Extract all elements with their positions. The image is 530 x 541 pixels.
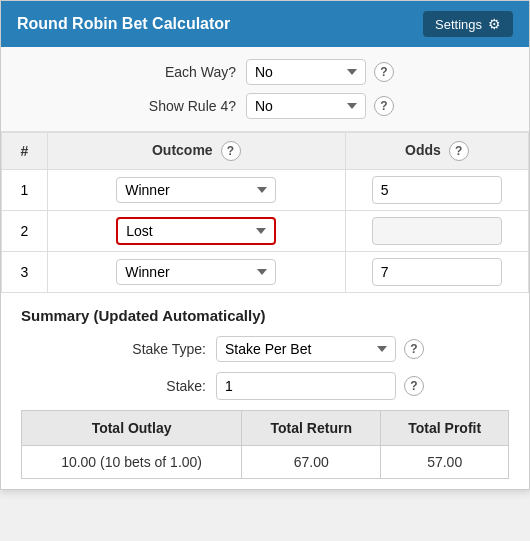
results-return-value: 67.00: [242, 446, 381, 479]
results-table: Total Outlay Total Return Total Profit 1…: [21, 410, 509, 479]
results-col-return: Total Return: [242, 411, 381, 446]
row-3-odds-input[interactable]: [372, 258, 502, 286]
outcomes-table: # Outcome ? Odds ? 1WinnerLostPlacedVoid…: [1, 132, 529, 293]
row-2-outcome-cell: WinnerLostPlacedVoidNon-Runner: [47, 211, 345, 252]
row-2-odds-input: [372, 217, 502, 245]
odds-help-button[interactable]: ?: [449, 141, 469, 161]
stake-row: Stake: ?: [21, 372, 509, 400]
stake-input-wrap: ?: [216, 372, 424, 400]
each-way-help-button[interactable]: ?: [374, 62, 394, 82]
row-3-num: 3: [2, 252, 48, 293]
row-1-outcome-select[interactable]: WinnerLostPlacedVoidNon-Runner: [116, 177, 276, 203]
stake-type-row: Stake Type: Stake Per Bet Total Stake ?: [21, 336, 509, 362]
app-title: Round Robin Bet Calculator: [17, 15, 230, 33]
row-1-odds-cell: [345, 170, 528, 211]
each-way-label: Each Way?: [136, 64, 236, 80]
header: Round Robin Bet Calculator Settings ⚙: [1, 1, 529, 47]
col-header-odds: Odds ?: [345, 133, 528, 170]
settings-label: Settings: [435, 17, 482, 32]
stake-label: Stake:: [106, 378, 206, 394]
row-1-outcome-cell: WinnerLostPlacedVoidNon-Runner: [47, 170, 345, 211]
stake-input[interactable]: [216, 372, 396, 400]
row-3-outcome-select[interactable]: WinnerLostPlacedVoidNon-Runner: [116, 259, 276, 285]
stake-type-select-wrap: Stake Per Bet Total Stake ?: [216, 336, 424, 362]
show-rule-select-wrap: No Yes ?: [246, 93, 394, 119]
gear-icon: ⚙: [488, 16, 501, 32]
row-2-num: 2: [2, 211, 48, 252]
row-1-odds-input[interactable]: [372, 176, 502, 204]
options-section: Each Way? No Yes ? Show Rule 4? No Yes ?: [1, 47, 529, 132]
each-way-row: Each Way? No Yes ?: [21, 59, 509, 85]
results-col-profit: Total Profit: [381, 411, 509, 446]
col-header-num: #: [2, 133, 48, 170]
row-2-outcome-select[interactable]: WinnerLostPlacedVoidNon-Runner: [116, 217, 276, 245]
results-outlay-value: 10.00 (10 bets of 1.00): [22, 446, 242, 479]
stake-type-select[interactable]: Stake Per Bet Total Stake: [216, 336, 396, 362]
row-2-odds-cell: [345, 211, 528, 252]
summary-title: Summary (Updated Automatically): [21, 307, 509, 324]
show-rule-label: Show Rule 4?: [136, 98, 236, 114]
results-profit-value: 57.00: [381, 446, 509, 479]
row-3-odds-cell: [345, 252, 528, 293]
col-header-outcome: Outcome ?: [47, 133, 345, 170]
summary-section: Summary (Updated Automatically) Stake Ty…: [1, 293, 529, 489]
row-1-num: 1: [2, 170, 48, 211]
stake-type-help-button[interactable]: ?: [404, 339, 424, 359]
row-3-outcome-cell: WinnerLostPlacedVoidNon-Runner: [47, 252, 345, 293]
calculator-container: Round Robin Bet Calculator Settings ⚙ Ea…: [0, 0, 530, 490]
each-way-select[interactable]: No Yes: [246, 59, 366, 85]
stake-type-label: Stake Type:: [106, 341, 206, 357]
results-col-outlay: Total Outlay: [22, 411, 242, 446]
outcome-help-button[interactable]: ?: [221, 141, 241, 161]
table-row: 2WinnerLostPlacedVoidNon-Runner: [2, 211, 529, 252]
stake-help-button[interactable]: ?: [404, 376, 424, 396]
table-row: 1WinnerLostPlacedVoidNon-Runner: [2, 170, 529, 211]
show-rule-row: Show Rule 4? No Yes ?: [21, 93, 509, 119]
show-rule-select[interactable]: No Yes: [246, 93, 366, 119]
show-rule-help-button[interactable]: ?: [374, 96, 394, 116]
results-row: 10.00 (10 bets of 1.00) 67.00 57.00: [22, 446, 509, 479]
table-row: 3WinnerLostPlacedVoidNon-Runner: [2, 252, 529, 293]
settings-button[interactable]: Settings ⚙: [423, 11, 513, 37]
each-way-select-wrap: No Yes ?: [246, 59, 394, 85]
